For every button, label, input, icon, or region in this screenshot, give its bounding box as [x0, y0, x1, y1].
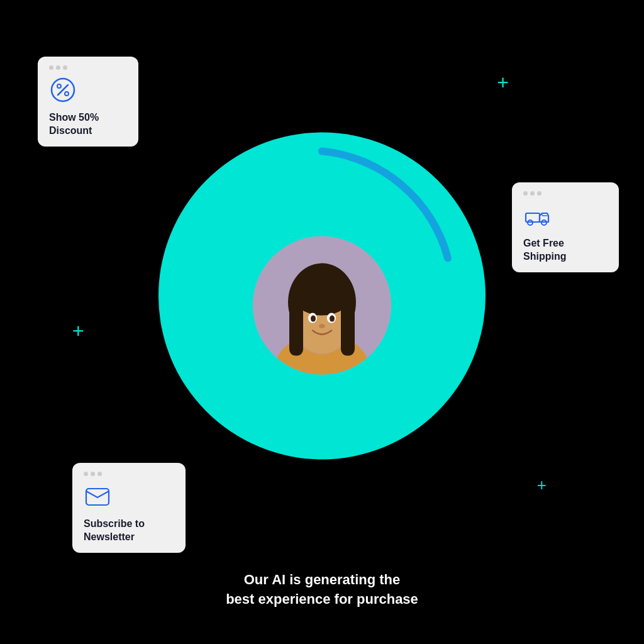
svg-point-13 [319, 324, 325, 328]
dot [49, 65, 53, 70]
dot [63, 65, 67, 70]
bottom-text-line2: best experience for purchase [226, 590, 418, 609]
card-dots-newsletter [84, 472, 174, 476]
svg-rect-6 [289, 306, 303, 356]
svg-point-8 [291, 268, 353, 316]
dot [523, 191, 528, 196]
newsletter-label: Subscribe to Newsletter [84, 518, 174, 544]
discount-label: Show 50% Discount [49, 111, 127, 138]
dot [56, 65, 60, 70]
avatar [253, 236, 391, 375]
discount-card: Show 50% Discount [38, 57, 138, 147]
card-dots-discount [49, 65, 127, 70]
svg-line-15 [58, 85, 68, 95]
dot [537, 191, 541, 196]
scene: Show 50% Discount Get Free [0, 0, 644, 644]
svg-rect-7 [341, 306, 355, 356]
svg-point-12 [330, 316, 335, 322]
shipping-label: Get Free Shipping [523, 237, 608, 264]
svg-point-16 [57, 84, 61, 88]
newsletter-icon [84, 482, 174, 513]
plus-right-bottom: + [537, 477, 547, 493]
bottom-text: Our AI is generating the best experience… [226, 570, 418, 609]
dot [91, 472, 95, 476]
newsletter-card: Subscribe to Newsletter [72, 463, 186, 553]
shipping-icon [523, 202, 608, 232]
shipping-card: Get Free Shipping [512, 182, 619, 272]
bottom-text-line1: Our AI is generating the [226, 570, 418, 590]
svg-point-17 [65, 92, 69, 96]
svg-point-11 [311, 316, 316, 322]
discount-icon [49, 76, 127, 106]
plus-left-mid: + [72, 321, 84, 341]
plus-top-right: + [497, 72, 509, 92]
dot [84, 472, 88, 476]
card-dots-shipping [523, 191, 608, 196]
dot [97, 472, 102, 476]
dot [530, 191, 535, 196]
